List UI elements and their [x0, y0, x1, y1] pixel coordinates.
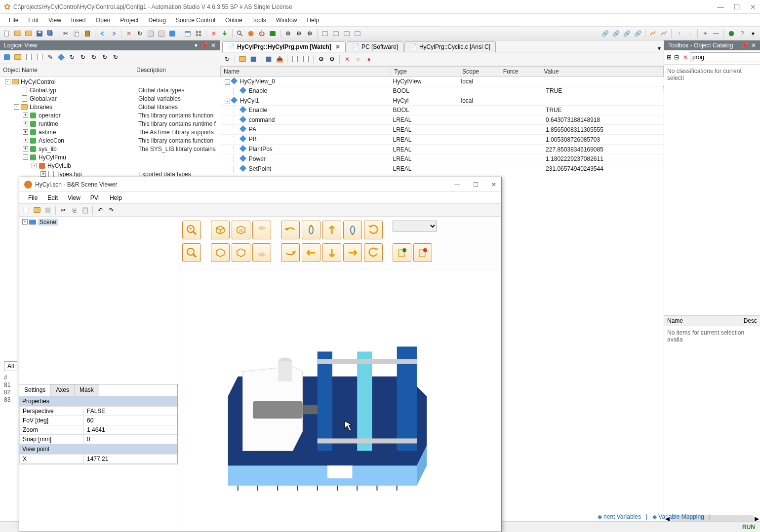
scene-redo-icon[interactable]: ↷	[106, 205, 116, 215]
watch-expander[interactable]: -	[225, 79, 230, 85]
watch-col-type[interactable]: Type	[391, 67, 459, 77]
save-view-icon[interactable]	[393, 243, 411, 262]
tree-expander[interactable]: +	[23, 121, 28, 126]
scene-viewer-window[interactable]: HyCyl.scn - B&R Scene Viewer — ☐ ✕ FileE…	[19, 177, 502, 532]
tab-hycylprg-cyclic-c-ansi-c-[interactable]: 📄HyCylPrg::Cyclic.c [Ansi C]	[404, 41, 496, 52]
undo-icon[interactable]	[98, 29, 108, 38]
watch-col-force[interactable]: Force	[500, 67, 541, 77]
tb-icon[interactable]: ↻	[78, 52, 88, 62]
tb-icon[interactable]: ↻	[67, 52, 77, 62]
save-icon[interactable]	[35, 29, 44, 38]
watch-row[interactable]: SetPointLREAL231.06574940243544	[221, 164, 664, 174]
window-icon[interactable]	[320, 29, 330, 38]
build-icon[interactable]	[146, 29, 156, 38]
menu-edit[interactable]: Edit	[23, 15, 43, 25]
panel-close-icon[interactable]: ✕	[751, 42, 756, 49]
watch-remove-icon[interactable]	[301, 54, 311, 64]
tree-expander[interactable]: +	[22, 219, 28, 225]
watch-col-scope[interactable]: Scope	[459, 67, 500, 77]
watch-col-value[interactable]: Value	[541, 67, 663, 77]
refresh-icon[interactable]: ↻	[135, 29, 145, 38]
menu-open[interactable]: Open	[91, 15, 115, 25]
tree-expander[interactable]: -	[5, 79, 10, 84]
zoom-in-icon[interactable]: +	[182, 221, 201, 239]
menu-tools[interactable]: Tools	[247, 15, 271, 25]
rotate-left-icon[interactable]	[281, 221, 300, 239]
tb-icon[interactable]: ↻	[89, 52, 99, 62]
tree-row[interactable]: +astimeThe AsTime Library supports	[0, 128, 220, 136]
watch-col-name[interactable]: Name	[221, 67, 391, 77]
scene-menu-pvi[interactable]: PVI	[85, 193, 105, 202]
rotate-up-icon[interactable]	[302, 221, 320, 239]
scene-maximize-button[interactable]: ☐	[473, 181, 479, 188]
link-icon[interactable]: 🔗	[600, 29, 610, 38]
link3-icon[interactable]: 🔗	[622, 29, 632, 38]
monitor-icon[interactable]	[268, 29, 278, 38]
scene-paste-icon[interactable]: 📋	[80, 205, 90, 215]
pan-up-icon[interactable]	[322, 221, 341, 239]
watch-row[interactable]: - HyCylView_0HyCylViewlocal	[221, 77, 664, 86]
watch-export-icon[interactable]: 📤	[275, 54, 284, 64]
tree-expander[interactable]: +	[23, 129, 28, 135]
watch-table[interactable]: NameTypeScopeForceValue - HyCylView_0HyC…	[220, 66, 664, 174]
watch-row[interactable]: EnableBOOLTRUE	[221, 105, 664, 115]
window4-icon[interactable]	[353, 29, 362, 38]
zoom-icon[interactable]	[235, 29, 245, 38]
world-icon[interactable]	[726, 29, 736, 38]
tab-dropdown-icon[interactable]: ▾	[658, 45, 661, 52]
toolbox-search-input[interactable]	[690, 52, 760, 62]
col-name[interactable]: Object Name	[0, 66, 133, 75]
scene-3d-viewport[interactable]: + −	[178, 217, 501, 532]
new-icon[interactable]	[2, 29, 12, 38]
watch-row[interactable]: EnableBOOLTRUE	[221, 86, 664, 96]
scene-menu-edit[interactable]: Edit	[42, 193, 63, 202]
tree-row[interactable]: -HyCylFmu	[0, 153, 220, 161]
view-side-icon[interactable]	[232, 243, 250, 262]
scene-menu-file[interactable]: File	[23, 193, 42, 202]
paste-icon[interactable]	[82, 29, 92, 38]
folder-icon[interactable]	[24, 29, 34, 38]
tb-icon[interactable]	[24, 52, 34, 62]
panel-dropdown-icon[interactable]: ▾	[195, 42, 198, 49]
watch-rec2-icon[interactable]: ●	[364, 54, 374, 64]
close-button[interactable]: ✕	[750, 3, 756, 11]
delete-view-icon[interactable]	[413, 243, 432, 262]
tree-expander[interactable]: +	[23, 138, 28, 143]
tree-row[interactable]: +AsIecConThis library contains function	[0, 136, 220, 145]
menu-online[interactable]: Online	[220, 15, 247, 25]
watch-refresh-icon[interactable]: ↻	[222, 54, 232, 64]
gear3-icon[interactable]: ⚙	[305, 29, 315, 38]
tree-expander[interactable]: +	[23, 146, 28, 152]
tree-row[interactable]: +sys_libThe SYS_LIB library contains	[0, 145, 220, 153]
watch-open-icon[interactable]	[238, 54, 247, 64]
watch-row[interactable]: PALREAL1.8565008311305555	[221, 125, 664, 135]
minimize-button[interactable]: —	[717, 3, 724, 11]
menu-window[interactable]: Window	[271, 15, 302, 25]
maximize-button[interactable]: ☐	[734, 3, 740, 11]
pan-right-icon[interactable]	[343, 243, 362, 262]
watch-row[interactable]: - HyCyl1HyCyllocal	[221, 96, 664, 105]
menu-help[interactable]: Help	[302, 15, 324, 25]
scene-new-icon[interactable]	[21, 205, 31, 215]
watch-saveas-icon[interactable]	[264, 54, 274, 64]
view-bottom-icon[interactable]	[252, 243, 271, 262]
link4-icon[interactable]: 🔗	[633, 29, 642, 38]
toolbox-icon[interactable]: ⊞	[666, 52, 672, 62]
open-icon[interactable]	[13, 29, 23, 38]
gear-icon[interactable]: ⚙	[283, 29, 293, 38]
menu-source-control[interactable]: Source Control	[171, 15, 220, 25]
tb-icon[interactable]: ↻	[100, 52, 110, 62]
menu-file[interactable]: File	[4, 15, 23, 25]
dropdown-icon[interactable]: ▾	[748, 29, 758, 38]
view-iso-icon[interactable]	[211, 221, 230, 239]
pan-left-icon[interactable]	[302, 243, 320, 262]
stop-icon[interactable]: ✕	[209, 29, 219, 38]
view-top-icon[interactable]	[252, 221, 271, 239]
tb-icon[interactable]	[13, 52, 23, 62]
watch-save-icon[interactable]	[248, 54, 258, 64]
window2-icon[interactable]	[331, 29, 341, 38]
tab-pc-software-[interactable]: 📄PC [Software]	[347, 41, 403, 52]
grid-icon[interactable]	[194, 29, 203, 38]
watch-x-icon[interactable]: ✕	[342, 54, 352, 64]
scene-minimize-button[interactable]: —	[454, 181, 460, 188]
